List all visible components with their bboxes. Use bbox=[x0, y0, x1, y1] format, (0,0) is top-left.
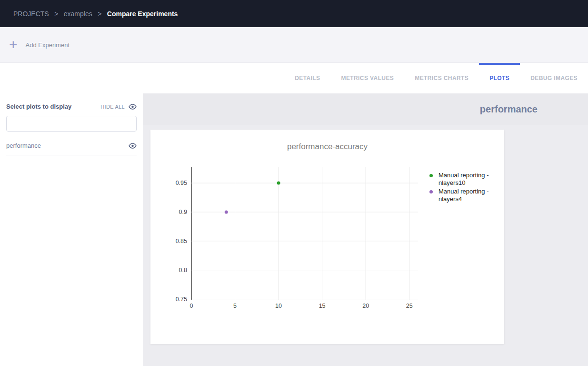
plots-sidebar: Select plots to display HIDE ALL perform… bbox=[0, 93, 143, 366]
legend-marker bbox=[429, 174, 433, 177]
add-experiment-bar: + Add Experiment bbox=[0, 27, 588, 63]
y-tick-label: 0.8 bbox=[179, 267, 187, 274]
sidebar-header: Select plots to display HIDE ALL bbox=[6, 103, 137, 110]
x-tick-label: 0 bbox=[190, 303, 193, 309]
legend-item[interactable]: Manual reporting - nlayers10 bbox=[429, 172, 495, 187]
add-experiment-button[interactable]: + Add Experiment bbox=[9, 39, 70, 51]
data-point[interactable] bbox=[225, 210, 228, 214]
x-tick-label: 20 bbox=[362, 303, 369, 309]
y-tick-label: 0.95 bbox=[176, 180, 187, 186]
tab-metrics-charts[interactable]: METRICS CHARTS bbox=[404, 63, 479, 93]
add-experiment-label: Add Experiment bbox=[26, 41, 70, 49]
x-tick-label: 25 bbox=[406, 303, 413, 309]
tab-details[interactable]: DETAILS bbox=[284, 63, 330, 93]
tab-plots[interactable]: PLOTS bbox=[479, 63, 520, 93]
plot-list-item[interactable]: performance bbox=[6, 138, 137, 155]
x-tick-label: 10 bbox=[275, 303, 282, 309]
legend-marker bbox=[429, 190, 433, 193]
eye-icon[interactable] bbox=[129, 143, 137, 149]
legend-label: Manual reporting - nlayers10 bbox=[439, 172, 495, 187]
data-point[interactable] bbox=[277, 182, 280, 185]
x-tick-label: 5 bbox=[233, 303, 237, 309]
plot-svg: 05101520250.750.80.850.90.95 bbox=[150, 130, 504, 344]
plot-group-title: performance bbox=[480, 104, 538, 115]
plot-item-label: performance bbox=[6, 142, 41, 149]
y-tick-label: 0.9 bbox=[179, 209, 187, 215]
tab-bar: DETAILS METRICS VALUES METRICS CHARTS PL… bbox=[0, 63, 588, 93]
plus-icon: + bbox=[9, 39, 18, 51]
breadcrumb-current: Compare Experiments bbox=[107, 10, 178, 18]
plot-legend: Manual reporting - nlayers10Manual repor… bbox=[429, 172, 495, 203]
x-tick-label: 15 bbox=[319, 303, 326, 309]
plot-filter-input[interactable] bbox=[6, 116, 137, 132]
breadcrumb-separator: > bbox=[98, 10, 101, 18]
legend-label: Manual reporting - nlayers4 bbox=[439, 188, 495, 203]
main-content: Select plots to display HIDE ALL perform… bbox=[0, 93, 588, 366]
plot-card: 05101520250.750.80.850.90.95 performance… bbox=[150, 130, 504, 344]
breadcrumb-projects[interactable]: PROJECTS bbox=[13, 10, 49, 18]
y-tick-label: 0.75 bbox=[176, 296, 187, 303]
plots-panel: performance 05101520250.750.80.850.90.95… bbox=[143, 93, 588, 366]
breadcrumb: PROJECTS > examples > Compare Experiment… bbox=[13, 10, 178, 18]
tab-debug-images[interactable]: DEBUG IMAGES bbox=[520, 63, 588, 93]
breadcrumb-separator: > bbox=[54, 10, 58, 18]
chart-title: performance-accuracy bbox=[150, 142, 504, 152]
eye-icon bbox=[129, 104, 137, 110]
tab-metrics-values[interactable]: METRICS VALUES bbox=[331, 63, 405, 93]
top-header: PROJECTS > examples > Compare Experiment… bbox=[0, 0, 588, 27]
breadcrumb-examples[interactable]: examples bbox=[64, 10, 92, 18]
plot-group-header: performance bbox=[143, 93, 588, 125]
sidebar-title: Select plots to display bbox=[6, 103, 71, 110]
hide-all-button[interactable]: HIDE ALL bbox=[100, 104, 137, 110]
hide-all-label: HIDE ALL bbox=[100, 104, 125, 110]
y-tick-label: 0.85 bbox=[176, 238, 187, 244]
legend-item[interactable]: Manual reporting - nlayers4 bbox=[429, 188, 495, 203]
